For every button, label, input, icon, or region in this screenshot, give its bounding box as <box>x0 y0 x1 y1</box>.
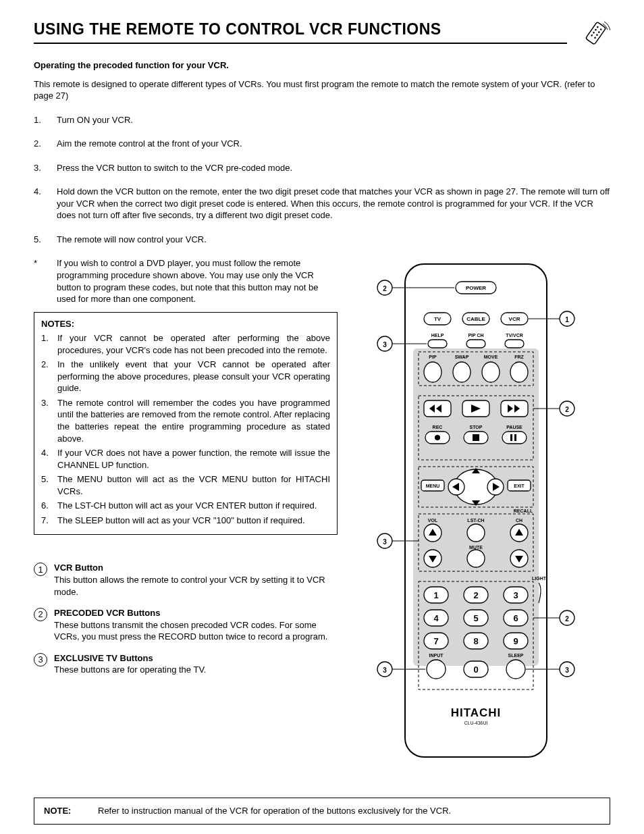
callout: 2 PRECODED VCR Buttons These buttons tra… <box>34 607 338 643</box>
svg-text:VOL: VOL <box>428 518 438 523</box>
svg-text:POWER: POWER <box>466 285 486 291</box>
svg-text:INPUT: INPUT <box>429 653 444 658</box>
note-number: 4. <box>41 447 57 471</box>
note-text: The remote control will remember the cod… <box>57 397 330 444</box>
callout-circle-2: 2 <box>34 608 47 621</box>
callout-body: These buttons are for operating the TV. <box>54 664 206 676</box>
note-number: 3. <box>41 397 57 444</box>
svg-text:HITACHI: HITACHI <box>451 706 502 719</box>
note-text: If your VCR does not have a power functi… <box>57 447 330 471</box>
svg-point-78 <box>467 550 485 567</box>
svg-text:2: 2 <box>565 406 569 413</box>
step-number: 5. <box>34 234 57 246</box>
svg-point-47 <box>435 435 440 440</box>
notes-heading: NOTES: <box>41 318 330 330</box>
svg-point-72 <box>467 524 485 542</box>
note-number: 6. <box>41 500 57 512</box>
svg-text:CLU-436UI: CLU-436UI <box>464 721 487 725</box>
callout-title: PRECODED VCR Buttons <box>54 607 338 619</box>
note-text: If your VCR cannot be operated after per… <box>57 332 330 356</box>
svg-rect-24 <box>505 340 524 348</box>
svg-rect-52 <box>514 434 516 441</box>
callout-body: These buttons transmit the chosen precod… <box>54 619 338 643</box>
svg-point-103 <box>427 660 446 679</box>
svg-text:2: 2 <box>473 590 478 600</box>
callout: 1 VCR Button This button allows the remo… <box>34 562 338 598</box>
svg-text:TV/VCR: TV/VCR <box>506 333 523 338</box>
svg-point-106 <box>506 660 525 679</box>
step-number: * <box>34 257 57 305</box>
callout-body: This button allows the remote to control… <box>54 574 338 598</box>
svg-text:FRZ: FRZ <box>514 355 524 359</box>
step-number: 3. <box>34 162 57 174</box>
bottom-note: NOTE: Refer to instruction manual of the… <box>34 798 610 825</box>
remote-icon <box>581 19 610 49</box>
svg-text:PIP CH: PIP CH <box>468 333 483 338</box>
svg-text:CABLE: CABLE <box>466 316 485 322</box>
svg-text:0: 0 <box>473 664 478 675</box>
step-number: 1. <box>34 114 57 126</box>
note-text: The LST-CH button will act as your VCR E… <box>57 500 330 512</box>
page-title: USING THE REMOTE TO CONTROL VCR FUNCTION… <box>34 19 567 44</box>
step-number: 2. <box>34 138 57 150</box>
svg-text:9: 9 <box>513 636 518 646</box>
svg-text:3: 3 <box>383 341 387 348</box>
note-text: The SLEEP button will act as your VCR "1… <box>57 515 330 527</box>
svg-text:CH: CH <box>516 518 522 523</box>
svg-text:RECALL: RECALL <box>514 509 533 513</box>
step-text: Hold down the VCR button on the remote, … <box>57 186 610 221</box>
intro-paragraph: This remote is designed to operate diffe… <box>34 78 610 102</box>
svg-point-32 <box>482 362 500 382</box>
svg-rect-49 <box>473 434 479 441</box>
remote-diagram: POWER TV CABLE VCR HELP PIP CH TV/VCR PI… <box>365 257 581 771</box>
svg-text:7: 7 <box>433 636 438 646</box>
svg-text:SWAP: SWAP <box>455 355 469 359</box>
step-text: The remote will now control your VCR. <box>57 234 610 246</box>
notes-box: NOTES: 1.If your VCR cannot be operated … <box>34 312 338 536</box>
step-text: Press the VCR button to switch to the VC… <box>57 162 610 174</box>
svg-text:1: 1 <box>565 316 569 323</box>
note-number: 2. <box>41 359 57 394</box>
step-number: 4. <box>34 186 57 221</box>
svg-text:3: 3 <box>383 667 387 674</box>
svg-rect-0 <box>585 22 606 45</box>
note-number: 1. <box>41 332 57 356</box>
svg-point-31 <box>453 362 471 382</box>
svg-text:STOP: STOP <box>470 425 483 429</box>
svg-text:EXIT: EXIT <box>514 484 525 488</box>
step-text: If you wish to control a DVD player, you… <box>57 257 338 305</box>
note-text: The MENU button will act as the VCR MENU… <box>57 473 330 497</box>
note-text: In the unlikely event that your VCR cann… <box>57 359 330 394</box>
svg-text:4: 4 <box>433 613 439 623</box>
callout: 3 EXCLUSIVE TV Buttons These buttons are… <box>34 652 338 676</box>
svg-text:MOVE: MOVE <box>484 355 498 359</box>
svg-text:LST-CH: LST-CH <box>467 518 484 523</box>
svg-rect-51 <box>510 434 512 441</box>
svg-text:1: 1 <box>433 590 438 600</box>
svg-rect-23 <box>466 340 485 348</box>
svg-text:MUTE: MUTE <box>469 545 483 550</box>
svg-text:3: 3 <box>383 538 387 546</box>
callout-circle-3: 3 <box>34 653 47 667</box>
svg-text:8: 8 <box>473 636 478 646</box>
svg-point-30 <box>424 362 441 382</box>
svg-text:5: 5 <box>473 613 478 623</box>
svg-text:PAUSE: PAUSE <box>506 425 522 429</box>
svg-rect-22 <box>428 340 447 348</box>
svg-text:PIP: PIP <box>429 355 437 359</box>
note-text: Refer to instruction manual of the VCR f… <box>98 805 451 817</box>
svg-text:MENU: MENU <box>426 484 440 488</box>
svg-text:2: 2 <box>565 615 569 623</box>
svg-text:REC: REC <box>433 425 443 429</box>
step-text: Aim the remote control at the front of y… <box>57 138 610 150</box>
callout-title: EXCLUSIVE TV Buttons <box>54 652 206 664</box>
svg-text:2: 2 <box>383 285 387 292</box>
note-label: NOTE: <box>44 805 98 817</box>
svg-text:TV: TV <box>434 316 441 322</box>
svg-text:6: 6 <box>513 613 518 623</box>
svg-text:3: 3 <box>565 667 569 674</box>
svg-point-33 <box>510 362 528 382</box>
note-number: 5. <box>41 473 57 497</box>
callout-circle-1: 1 <box>34 563 47 576</box>
svg-text:3: 3 <box>513 590 518 600</box>
